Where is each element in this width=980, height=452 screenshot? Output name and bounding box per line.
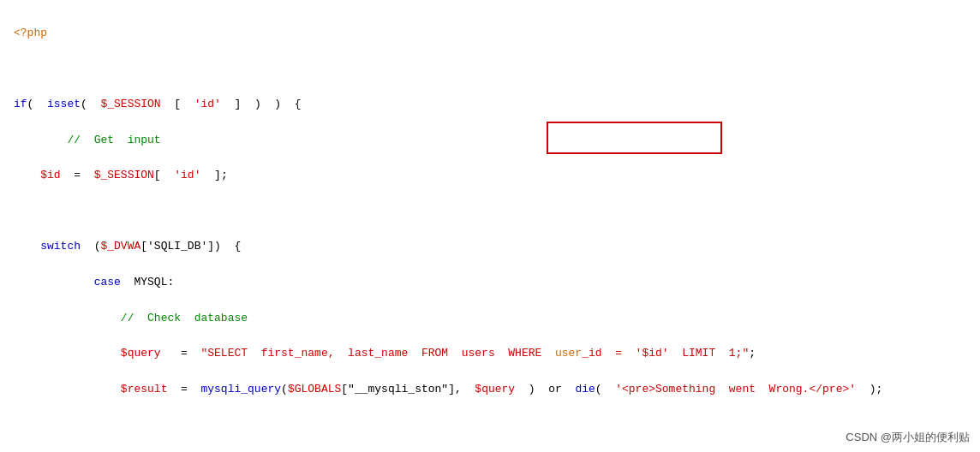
line-12 <box>14 416 966 434</box>
line-5: $id = $_SESSION[ 'id' ]; <box>14 167 966 185</box>
line-9: // Check database <box>14 310 966 328</box>
watermark-text: CSDN @两小姐的便利贴 <box>846 430 970 445</box>
line-3: if( isset( $_SESSION [ 'id' ] ) ) { <box>14 96 966 114</box>
line-2 <box>14 60 966 78</box>
code-viewer: <?php if( isset( $_SESSION [ 'id' ] ) ) … <box>0 0 980 452</box>
line-4: // Get input <box>14 132 966 150</box>
line-1: <?php <box>14 25 966 43</box>
line-7: switch ($_DVWA['SQLI_DB']) { <box>14 238 966 256</box>
line-8: case MYSQL: <box>14 274 966 292</box>
line-10: $query = "SELECT first_name, last_name F… <box>14 345 966 363</box>
line-11: $result = mysqli_query($GLOBALS["__mysql… <box>14 381 966 399</box>
line-6 <box>14 203 966 221</box>
